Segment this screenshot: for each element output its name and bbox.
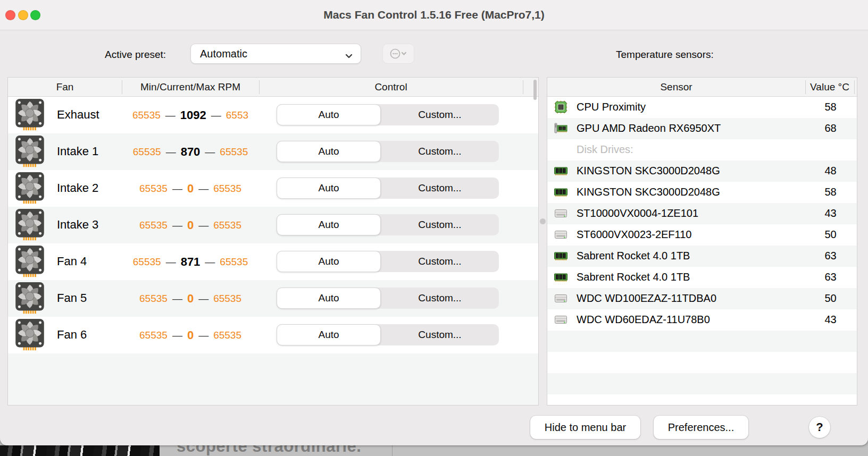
sensor-row[interactable]: WDC WD60EDAZ-11U78B0 43 xyxy=(547,309,857,331)
rpm-max: 65535 xyxy=(213,330,241,341)
fan-table: Fan Min/Current/Max RPM Control Exhaust xyxy=(7,77,539,406)
fan-row[interactable]: Fan 4 65535 — 871 — 65535 Auto Custom... xyxy=(8,243,538,280)
window-title: Macs Fan Control 1.5.16 Free (MacPro7,1) xyxy=(0,9,868,21)
chevron-down-icon xyxy=(345,52,353,61)
rpm-separator: — xyxy=(166,146,176,158)
vertical-scrollbar-thumb[interactable] xyxy=(533,80,537,100)
custom-button[interactable]: Custom... xyxy=(381,288,499,309)
header-divider xyxy=(805,80,806,94)
ssd-icon xyxy=(554,249,568,263)
fan-name: Intake 1 xyxy=(57,145,98,158)
rpm-separator: — xyxy=(198,330,208,341)
custom-button[interactable]: Custom... xyxy=(381,141,499,162)
fan-icon xyxy=(14,281,45,316)
hdd-icon xyxy=(554,227,568,242)
sensor-row[interactable]: CPU Proximity 58 xyxy=(547,97,857,118)
fan-row[interactable]: Exhaust 65535 — 1092 — 6553 Auto Custom.… xyxy=(8,97,538,133)
auto-button[interactable]: Auto xyxy=(277,251,381,272)
sensor-value: 43 xyxy=(805,314,856,326)
fan-row[interactable]: Intake 3 65535 — 0 — 65535 Auto Custom..… xyxy=(8,207,538,243)
fan-table-filler xyxy=(8,353,538,405)
rpm-readout: 65535 — 0 — 65535 xyxy=(122,207,259,243)
help-button[interactable]: ? xyxy=(809,417,830,438)
custom-button[interactable]: Custom... xyxy=(381,178,499,199)
sensor-table-header: Sensor Value °C xyxy=(547,78,857,97)
titlebar: Macs Fan Control 1.5.16 Free (MacPro7,1) xyxy=(0,0,868,30)
header-divider xyxy=(523,80,523,94)
custom-button[interactable]: Custom... xyxy=(381,214,499,235)
rpm-separator: — xyxy=(165,109,176,121)
rpm-min: 65535 xyxy=(133,146,161,158)
rpm-separator: — xyxy=(198,219,208,231)
hide-to-menu-bar-button[interactable]: Hide to menu bar xyxy=(530,416,640,439)
column-header-rpm: Min/Current/Max RPM xyxy=(122,78,259,96)
fan-row[interactable]: Intake 2 65535 — 0 — 65535 Auto Custom..… xyxy=(8,170,538,207)
sensor-table-filler xyxy=(547,331,857,406)
circle-ellipsis-icon xyxy=(389,47,407,60)
hdd-icon xyxy=(554,291,568,306)
preset-select[interactable]: Automatic xyxy=(190,44,361,64)
column-header-sensor: Sensor xyxy=(547,78,805,96)
auto-button[interactable]: Auto xyxy=(277,178,381,199)
cpu-icon xyxy=(554,100,568,114)
sensor-row[interactable]: Disk Drives: xyxy=(547,139,857,161)
rpm-max: 65535 xyxy=(213,183,241,195)
auto-button[interactable]: Auto xyxy=(277,141,381,162)
fan-row[interactable]: Fan 6 65535 — 0 — 65535 Auto Custom... xyxy=(8,317,538,353)
control-segmented: Auto Custom... xyxy=(277,251,499,272)
sensor-row[interactable]: WDC WD100EZAZ-11TDBA0 50 xyxy=(547,288,857,309)
column-header-fan: Fan xyxy=(8,78,122,96)
rpm-separator: — xyxy=(172,183,182,195)
rpm-current: 870 xyxy=(181,145,201,159)
custom-button[interactable]: Custom... xyxy=(381,104,499,125)
ssd-icon xyxy=(554,270,568,284)
rpm-min: 65535 xyxy=(139,293,168,305)
rpm-max: 6553 xyxy=(226,109,248,121)
sensor-row[interactable]: ST10000VX0004-1ZE101 43 xyxy=(547,203,857,224)
sensor-row[interactable]: KINGSTON SKC3000D2048G 58 xyxy=(547,182,857,203)
sensor-name: WDC WD60EDAZ-11U78B0 xyxy=(577,314,710,326)
gpu-icon xyxy=(554,121,568,136)
auto-button[interactable]: Auto xyxy=(277,288,381,309)
background-photo xyxy=(0,445,160,456)
rpm-current: 0 xyxy=(187,182,194,196)
auto-button[interactable]: Auto xyxy=(277,104,381,125)
sensor-name: ST10000VX0004-1ZE101 xyxy=(577,207,698,219)
control-segmented: Auto Custom... xyxy=(277,141,499,162)
pane-splitter-handle[interactable] xyxy=(540,218,546,224)
fan-name: Intake 2 xyxy=(57,181,98,195)
rpm-min: 65535 xyxy=(139,219,168,231)
sensor-value: 68 xyxy=(805,122,856,134)
fan-name: Fan 6 xyxy=(57,328,87,342)
preset-actions-button[interactable] xyxy=(382,44,414,64)
sensor-row[interactable]: Sabrent Rocket 4.0 1TB 63 xyxy=(547,246,857,267)
custom-button[interactable]: Custom... xyxy=(381,251,499,272)
fan-icon xyxy=(14,318,45,352)
fan-row[interactable]: Fan 5 65535 — 0 — 65535 Auto Custom... xyxy=(8,280,538,317)
sensor-value: 63 xyxy=(805,271,856,283)
sensor-value: 50 xyxy=(805,292,856,305)
rpm-separator: — xyxy=(166,256,176,268)
sensor-name: Sabrent Rocket 4.0 1TB xyxy=(577,271,690,283)
hdd-icon xyxy=(554,313,568,327)
sensor-row[interactable]: KINGSTON SKC3000D2048G 48 xyxy=(547,161,857,182)
rpm-readout: 65535 — 0 — 65535 xyxy=(122,280,259,317)
background-caption: scoperte straordinarie. xyxy=(177,445,361,456)
fan-row[interactable]: Intake 1 65535 — 870 — 65535 Auto Custom… xyxy=(8,133,538,170)
rpm-readout: 65535 — 0 — 65535 xyxy=(122,317,259,353)
fan-table-header: Fan Min/Current/Max RPM Control xyxy=(8,78,538,97)
preferences-button[interactable]: Preferences... xyxy=(654,416,748,439)
custom-button[interactable]: Custom... xyxy=(381,324,499,345)
sensor-name: KINGSTON SKC3000D2048G xyxy=(577,186,720,198)
auto-button[interactable]: Auto xyxy=(277,324,381,345)
app-window: Macs Fan Control 1.5.16 Free (MacPro7,1)… xyxy=(0,0,868,445)
control-segmented: Auto Custom... xyxy=(277,104,499,125)
temperature-sensors-label: Temperature sensors: xyxy=(616,49,714,61)
auto-button[interactable]: Auto xyxy=(277,214,381,235)
header-divider xyxy=(854,80,855,94)
sensor-row[interactable]: ST6000VX0023-2EF110 50 xyxy=(547,224,857,246)
rpm-min: 65535 xyxy=(132,109,161,121)
column-header-value: Value °C xyxy=(805,78,854,96)
sensor-row[interactable]: Sabrent Rocket 4.0 1TB 63 xyxy=(547,267,857,288)
sensor-row[interactable]: GPU AMD Radeon RX6950XT 68 xyxy=(547,118,857,139)
